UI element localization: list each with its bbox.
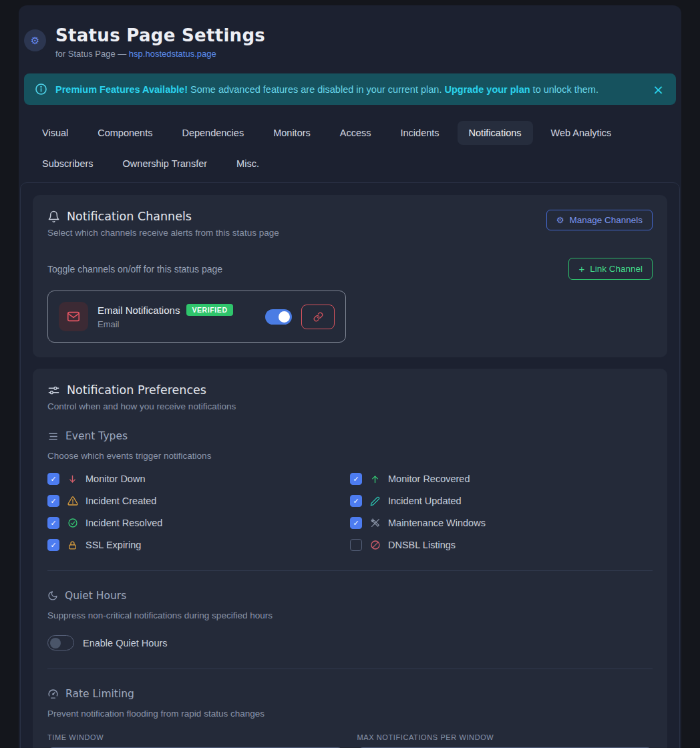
event-types-grid: ✓ Monitor Down ✓ Monitor Recovered [47,472,653,552]
divider [47,669,653,669]
channel-type: Email [98,319,256,329]
sliders-icon [47,384,60,397]
divider [47,570,653,571]
toggle-channels-hint: Toggle channels on/off for this status p… [47,264,222,274]
bell-icon [47,210,60,223]
banner-text: Premium Features Available! Some advance… [55,84,598,95]
arrow-down-icon [67,474,78,484]
event-incident-updated[interactable]: ✓ Incident Updated [350,494,653,508]
event-types-subtitle: Choose which events trigger notification… [47,451,653,461]
pencil-icon [369,496,381,506]
time-window-field: TIME WINDOW 15 minutes [47,733,343,748]
tab-dependencies[interactable]: Dependencies [170,121,255,145]
tab-misc[interactable]: Misc. [225,152,271,176]
plus-icon: + [578,263,584,274]
check-circle-icon [67,518,78,528]
channels-section-title: Notification Channels [47,210,279,223]
close-icon[interactable]: × [653,83,664,96]
settings-tabs: Visual Components Dependencies Monitors … [31,121,669,176]
arrow-up-icon [369,474,381,484]
quiet-hours-subtitle: Suppress non-critical notifications duri… [47,610,653,620]
event-maintenance-windows[interactable]: ✓ Maintenance Windows [350,516,653,530]
tab-incidents[interactable]: Incidents [389,121,451,145]
list-icon [47,431,59,442]
event-monitor-recovered[interactable]: ✓ Monitor Recovered [350,472,653,486]
tab-components[interactable]: Components [86,121,164,145]
verified-badge: VERIFIED [186,304,232,316]
upgrade-plan-link[interactable]: Upgrade your plan [444,84,530,95]
info-circle-icon [35,83,47,96]
tab-web-analytics[interactable]: Web Analytics [540,121,623,145]
checkbox[interactable]: ✓ [350,473,362,485]
email-channel-card: Email Notifications VERIFIED Email [47,291,346,343]
envelope-icon [59,302,88,331]
quiet-hours-block: Quiet Hours Suppress non-critical notifi… [47,590,653,650]
notifications-tab-content: Notification Channels Select which chann… [20,182,680,748]
event-monitor-down[interactable]: ✓ Monitor Down [47,472,350,486]
rate-limiting-title: Rate Limiting [47,688,653,700]
notification-preferences-section: Notification Preferences Control when an… [33,369,667,748]
rate-limiting-block: Rate Limiting Prevent notification flood… [47,688,653,748]
quiet-hours-title: Quiet Hours [47,590,653,602]
manage-channels-button[interactable]: ⚙ Manage Channels [546,210,653,230]
event-incident-resolved[interactable]: ✓ Incident Resolved [47,516,350,530]
channel-name: Email Notifications [98,305,180,316]
checkbox[interactable]: ✓ [350,517,362,529]
tab-ownership-transfer[interactable]: Ownership Transfer [112,152,219,176]
channels-section-subtitle: Select which channels receive alerts fro… [47,228,279,238]
page-header: ⚙ Status Page Settings for Status Page —… [24,25,676,59]
checkbox[interactable]: ✓ [47,539,59,551]
no-entry-icon [369,540,381,550]
time-window-label: TIME WINDOW [47,733,343,741]
moon-icon [47,590,58,601]
event-types-block: Event Types Choose which events trigger … [47,430,653,552]
tab-monitors[interactable]: Monitors [262,121,322,145]
event-ssl-expiring[interactable]: ✓ SSL Expiring [47,538,350,552]
checkbox[interactable]: ✓ [350,539,362,551]
preferences-section-title: Notification Preferences [47,383,653,397]
max-notifications-label: MAX NOTIFICATIONS PER WINDOW [357,733,653,741]
max-notifications-field: MAX NOTIFICATIONS PER WINDOW [357,733,653,748]
warning-triangle-icon [67,496,78,506]
premium-banner: Premium Features Available! Some advance… [24,73,676,105]
checkbox[interactable]: ✓ [47,495,59,507]
tools-icon [369,518,381,528]
lock-icon [67,540,78,550]
unlink-channel-button[interactable] [301,305,335,329]
event-dnsbl-listings[interactable]: ✓ DNSBL Listings [350,538,653,552]
page-subtitle: for Status Page — hsp.hostedstatus.page [55,49,265,59]
tab-subscribers[interactable]: Subscribers [31,152,105,176]
quiet-hours-toggle-label: Enable Quiet Hours [83,638,168,648]
notification-channels-section: Notification Channels Select which chann… [33,195,667,357]
gear-icon: ⚙ [556,215,564,225]
status-page-settings-panel: ⚙ Status Page Settings for Status Page —… [19,5,681,748]
quiet-hours-toggle[interactable] [47,635,74,650]
chain-link-icon [313,312,323,322]
page-title: Status Page Settings [55,25,265,45]
gauge-icon [47,689,59,700]
tab-notifications[interactable]: Notifications [458,121,533,145]
checkbox[interactable]: ✓ [47,473,59,485]
email-channel-toggle[interactable] [265,309,292,325]
checkbox[interactable]: ✓ [350,495,362,507]
status-page-link[interactable]: hsp.hostedstatus.page [129,49,216,59]
tab-visual[interactable]: Visual [31,121,79,145]
event-types-title: Event Types [47,430,653,442]
event-incident-created[interactable]: ✓ Incident Created [47,494,350,508]
rate-limiting-subtitle: Prevent notification flooding from rapid… [47,709,653,719]
gear-icon: ⚙ [24,29,46,51]
tab-access[interactable]: Access [329,121,383,145]
preferences-section-subtitle: Control when and how you receive notific… [47,401,653,411]
checkbox[interactable]: ✓ [47,517,59,529]
link-channel-button[interactable]: + Link Channel [568,258,653,280]
